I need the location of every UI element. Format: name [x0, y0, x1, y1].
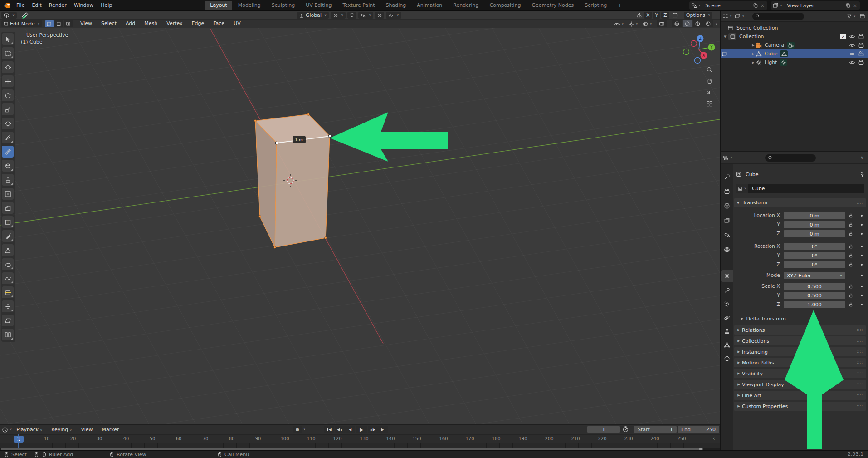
hide-eye-icon[interactable] — [849, 42, 855, 49]
tab-modifiers[interactable] — [721, 285, 733, 296]
tab-sculpting[interactable]: Sculpting — [267, 1, 300, 10]
rotation-mode-dropdown[interactable]: XYZ Euler∨ — [784, 272, 845, 279]
3d-viewport[interactable]: 1 m User Perspective (1) Cube — [0, 28, 720, 424]
shading-wireframe-button[interactable] — [672, 20, 682, 27]
rotation-z-input[interactable]: 0° — [784, 261, 845, 268]
tool-knife[interactable] — [2, 230, 14, 242]
panel-collections[interactable]: ▶Collections∷∷ — [734, 336, 866, 345]
shading-rendered-button[interactable] — [703, 20, 713, 27]
object-id-browse-button[interactable]: ∨ — [736, 184, 748, 193]
tool-rotate[interactable] — [2, 89, 14, 101]
play-reverse-button[interactable]: ◀ — [345, 426, 355, 433]
pivot-point-dropdown[interactable]: ∨ — [331, 12, 346, 19]
menu-mesh[interactable]: Mesh — [140, 20, 162, 28]
vertex-select-button[interactable] — [45, 20, 54, 27]
hide-eye-icon[interactable] — [849, 51, 855, 57]
panel-instancing[interactable]: ▶Instancing∷∷ — [734, 347, 866, 356]
properties-options-icon[interactable]: ∨ — [860, 156, 863, 160]
rotation-x-input[interactable]: 0° — [784, 243, 845, 250]
tool-smooth[interactable] — [2, 272, 14, 284]
outliner-row-collection[interactable]: ▼ Collection ✓ — [721, 32, 868, 41]
zoom-icon[interactable] — [704, 64, 715, 74]
tab-animation[interactable]: Animation — [412, 1, 447, 10]
lock-icon[interactable] — [848, 262, 853, 269]
tab-compositing[interactable]: Compositing — [485, 1, 526, 10]
shading-material-button[interactable] — [693, 20, 703, 27]
menu-select[interactable]: Select — [97, 20, 121, 28]
scale-y-input[interactable]: 0.500 — [784, 292, 845, 299]
menu-keying[interactable]: Keying∨ — [47, 426, 76, 434]
location-x-input[interactable]: 0 m — [784, 212, 845, 219]
shading-solid-button[interactable] — [683, 20, 692, 27]
current-frame-field[interactable]: 1 — [587, 426, 620, 433]
tab-output[interactable] — [721, 200, 733, 212]
location-y-input[interactable]: 0 m — [784, 221, 845, 228]
tool-measure[interactable] — [2, 146, 14, 158]
panel-viewport-display[interactable]: ▶Viewport Display∷∷ — [734, 380, 866, 389]
tool-loop-cut[interactable] — [2, 216, 14, 228]
snap-toggle[interactable] — [347, 12, 356, 19]
animate-dot[interactable] — [861, 275, 863, 276]
menu-playback[interactable]: Playback∨ — [12, 426, 47, 434]
object-name-field[interactable]: ∨ Cube — [736, 184, 864, 193]
panel-custom-properties[interactable]: ▶Custom Properties∷∷ — [734, 402, 866, 411]
delta-transform-panel[interactable]: ▶ Delta Transform — [741, 315, 865, 323]
mirror-y-toggle[interactable]: Y — [653, 12, 661, 19]
scene-browse-button[interactable]: ∨ — [689, 1, 702, 10]
outliner-row-scene-collection[interactable]: Scene Collection — [721, 24, 868, 32]
tool-bevel[interactable] — [2, 202, 14, 214]
face-select-button[interactable] — [64, 20, 73, 27]
blender-logo-icon[interactable] — [4, 2, 11, 9]
playhead-line[interactable] — [18, 434, 19, 448]
add-workspace-button[interactable]: + — [613, 1, 627, 10]
transform-panel-header[interactable]: ▼ Transform ∷∷ — [734, 198, 866, 207]
tab-rendering[interactable]: Rendering — [448, 1, 483, 10]
lock-icon[interactable] — [848, 244, 853, 251]
tab-texture-paint[interactable]: Texture Paint — [338, 1, 380, 10]
animate-dot[interactable] — [861, 286, 863, 287]
rotation-y-input[interactable]: 0° — [784, 252, 845, 259]
new-collection-button[interactable] — [859, 13, 865, 19]
menu-window[interactable]: Window — [70, 0, 97, 11]
collapse-region-icon[interactable]: ‹ — [713, 435, 715, 442]
view-layer-browse-button[interactable]: ∨ — [771, 1, 784, 10]
tab-modeling[interactable]: Modeling — [233, 1, 266, 10]
show-gizmo-toggle[interactable]: ∨ — [628, 21, 638, 27]
proportional-editing-toggle[interactable] — [375, 12, 384, 19]
tool-add-cube[interactable] — [2, 160, 14, 172]
scale-x-input[interactable]: 0.500 — [784, 283, 845, 290]
lock-icon[interactable] — [848, 284, 853, 291]
next-keyframe-button[interactable]: ◆▶ — [368, 426, 378, 433]
tool-edge-slide[interactable] — [2, 286, 14, 298]
hide-eye-icon[interactable] — [849, 59, 855, 66]
outliner-search-input[interactable] — [752, 13, 804, 20]
panel-motion-paths[interactable]: ▶Motion Paths∷∷ — [734, 358, 866, 367]
panel-line-art[interactable]: ▶Line Art∷∷ — [734, 391, 866, 400]
mirror-x-toggle[interactable]: X — [644, 12, 652, 19]
lock-icon[interactable] — [848, 302, 853, 309]
timeline-editor-type-button[interactable]: ∨ — [2, 427, 12, 433]
render-visibility-icon[interactable] — [858, 34, 864, 40]
jump-to-start-button[interactable]: ◀ — [324, 426, 334, 433]
animate-dot[interactable] — [861, 224, 863, 226]
mode-dropdown[interactable]: Edit Mode∨ — [1, 20, 42, 27]
object-visibility-dropdown[interactable]: ∨ — [614, 21, 624, 27]
animate-dot[interactable] — [861, 215, 863, 217]
perspective-toggle-icon[interactable] — [704, 98, 715, 108]
tool-extrude[interactable] — [2, 174, 14, 186]
tool-transform[interactable] — [2, 118, 14, 129]
frame-end-field[interactable]: End250 — [678, 426, 719, 433]
proportional-falloff-dropdown[interactable]: ∨ — [386, 12, 401, 19]
menu-marker[interactable]: Marker — [98, 426, 124, 434]
tool-tweak[interactable] — [2, 33, 14, 45]
panel-visibility[interactable]: ▶Visibility∷∷ — [734, 369, 866, 378]
properties-search-input[interactable] — [765, 154, 816, 162]
tab-constraints[interactable] — [721, 325, 733, 337]
timeline-ruler[interactable]: 1 1020 3040 5060 7080 90100 110120 13014… — [0, 434, 720, 443]
tool-shear[interactable] — [2, 315, 14, 326]
menu-render[interactable]: Render — [45, 0, 70, 11]
menu-help[interactable]: Help — [97, 0, 116, 11]
tool-inset[interactable] — [2, 188, 14, 200]
tab-world[interactable] — [721, 244, 733, 256]
animate-dot[interactable] — [861, 233, 863, 235]
